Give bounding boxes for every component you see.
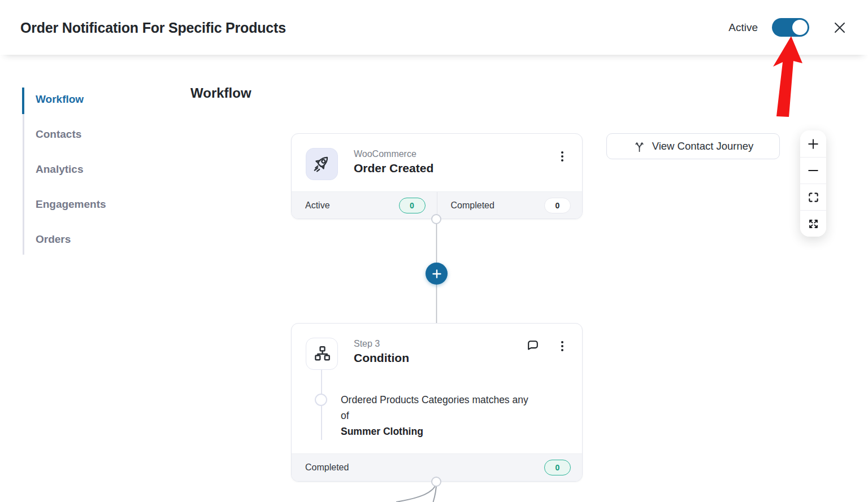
view-contact-journey-button[interactable]: View Contact Journey (606, 133, 780, 159)
trigger-stat-completed: Completed 0 (437, 192, 583, 219)
header-actions: Active (728, 0, 850, 55)
kebab-icon (561, 151, 563, 154)
toggle-knob (792, 20, 808, 35)
sidebar-active-indicator (22, 88, 24, 114)
sidebar-item-contacts[interactable]: Contacts (36, 128, 106, 141)
fit-screen-icon (808, 191, 819, 203)
condition-menu-button[interactable] (557, 338, 567, 354)
condition-highlight: Summer Clothing (341, 424, 539, 439)
fit-screen-button[interactable] (800, 184, 826, 210)
condition-node-card[interactable]: Step 3 Condition Ordered Products Catego… (291, 323, 583, 482)
trigger-app-label: WooCommerce (354, 149, 416, 159)
kebab-icon (561, 341, 563, 343)
active-toggle[interactable] (772, 18, 809, 37)
page-title: Order Notification For Specific Products (20, 19, 286, 36)
trigger-stat-active: Active 0 (292, 192, 437, 219)
comment-icon (526, 338, 540, 353)
sidebar-item-engagements[interactable]: Engagements (36, 198, 106, 211)
hierarchy-icon (306, 338, 338, 370)
add-step-button[interactable] (426, 263, 448, 285)
zoom-out-icon (806, 164, 820, 177)
status-label: Active (728, 21, 758, 34)
trigger-output-port[interactable] (431, 214, 441, 224)
automation-editor: Order Notification For Specific Products… (0, 0, 868, 502)
zoom-in-button[interactable] (800, 130, 826, 157)
condition-title: Condition (354, 351, 409, 365)
condition-branch-dot (315, 394, 327, 406)
stat-badge-completed: 0 (544, 460, 571, 475)
stat-label: Completed (305, 462, 349, 473)
condition-rule-text: Ordered Products Categories matches any … (341, 392, 539, 439)
stat-label: Active (305, 200, 330, 211)
sidebar-item-workflow[interactable]: Workflow (36, 93, 106, 106)
rocket-icon (306, 148, 338, 180)
canvas-heading: Workflow (190, 85, 251, 101)
trigger-title: Order Created (354, 161, 433, 175)
editor-header: Order Notification For Specific Products… (0, 0, 868, 55)
sidebar: Workflow Contacts Analytics Engagements … (36, 93, 106, 268)
sidebar-item-orders[interactable]: Orders (36, 233, 106, 246)
condition-output-port[interactable] (431, 477, 441, 487)
stat-badge-active: 0 (399, 198, 426, 213)
zoom-in-icon (806, 137, 820, 151)
note-button[interactable] (524, 337, 541, 354)
sidebar-item-analytics[interactable]: Analytics (36, 163, 106, 176)
stat-label: Completed (451, 200, 494, 211)
trigger-node-card[interactable]: WooCommerce Order Created Active 0 Compl… (291, 133, 583, 219)
plus-icon (431, 268, 442, 280)
journey-split-icon (633, 140, 646, 153)
condition-step-label: Step 3 (354, 339, 380, 349)
stat-badge-completed: 0 (544, 198, 571, 213)
close-button[interactable] (830, 18, 850, 38)
close-icon (832, 20, 848, 36)
fullscreen-button[interactable] (800, 210, 826, 237)
trigger-menu-button[interactable] (557, 149, 567, 164)
zoom-toolbar (800, 130, 826, 237)
zoom-out-button[interactable] (800, 157, 826, 184)
fullscreen-icon (808, 218, 819, 230)
view-contact-journey-label: View Contact Journey (652, 140, 754, 152)
condition-description: Ordered Products Categories matches any … (341, 394, 528, 421)
